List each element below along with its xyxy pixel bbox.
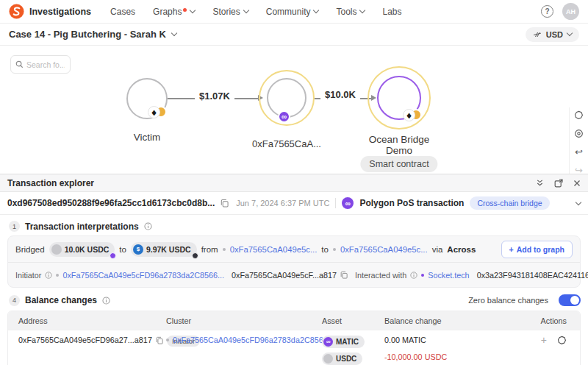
cell-address: 0xFa7565CaA049e5cFD96a27...a817 Initiato… xyxy=(8,336,166,365)
amount-out-pill: 10.0K USDC xyxy=(49,242,115,257)
nav-item-cases[interactable]: Cases xyxy=(110,7,135,17)
cluster-link[interactable]: 0xFa7565CaA049e5cFD96a2783da2C85663f... xyxy=(173,336,341,344)
section-index-badge: 4 xyxy=(9,295,20,306)
cross-chain-bridge-badge: Cross-chain bridge xyxy=(470,196,549,210)
nav-item-tools[interactable]: Tools xyxy=(336,7,365,17)
interacted-with-label: Interacted with xyxy=(355,271,406,280)
asset-pill-matic: ∞ MATIC xyxy=(322,336,365,348)
nav-item-labs[interactable]: Labs xyxy=(382,7,401,17)
copy-icon[interactable] xyxy=(156,336,163,344)
zero-balance-toggle[interactable] xyxy=(559,294,581,306)
chevron-down-icon xyxy=(359,7,365,13)
cell-cluster: 0xFa7565CaA049e5cFD96a2783da2C85663f... xyxy=(166,336,322,365)
edge-amount-label[interactable]: $10.0K xyxy=(320,89,360,100)
token-icon xyxy=(323,354,333,364)
search-icon xyxy=(15,60,24,68)
column-header-balance-change: Balance change xyxy=(384,316,528,325)
brand-name: Investigations xyxy=(29,7,91,17)
column-header-cluster: Cluster xyxy=(166,316,322,325)
balance-change-value-negative: -10,000.00 USDC xyxy=(384,352,528,361)
cell-asset: ∞ MATIC USDC xyxy=(322,336,384,365)
polygon-mini-icon xyxy=(110,252,116,259)
nav-item-community[interactable]: Community xyxy=(266,7,319,17)
initiator-cluster-link[interactable]: 0xFa7565CaA049e5cFD96a2783da2C8566... xyxy=(62,271,224,280)
protocol-name: Across xyxy=(447,245,476,254)
tx-network-label: Polygon PoS transaction xyxy=(359,198,464,208)
section-title: Transaction interpretations xyxy=(25,222,139,232)
plus-icon: + xyxy=(509,245,514,254)
add-action-icon[interactable]: + xyxy=(541,336,547,344)
chevron-down-icon xyxy=(171,30,177,36)
node-label-ocean-bridge: Ocean Bridge Demo xyxy=(359,134,440,156)
edge-amount-label[interactable]: $1.07K xyxy=(195,91,234,102)
section-title: Balance changes xyxy=(25,295,97,305)
info-icon[interactable] xyxy=(45,272,52,279)
zero-balance-toggle-label: Zero balance changes xyxy=(468,296,548,305)
tx-hash: 0xd967508ed950288f9e96fa25cc1d6173cbc0d8… xyxy=(7,198,215,208)
chain-coins-badge: ◆ xyxy=(148,106,167,118)
usdc-icon: $ xyxy=(133,244,143,255)
canvas-toolbar: ↩ ↪ xyxy=(569,107,588,174)
info-icon[interactable] xyxy=(410,272,417,279)
word-via: via xyxy=(432,245,443,254)
chevron-down-icon xyxy=(243,7,249,13)
interpretations-section-header: 1 Transaction interpretations xyxy=(0,215,588,235)
bridged-interpretation-row: Bridged 10.0K USDC to $ 9.97K USDC from … xyxy=(8,236,580,262)
case-selector[interactable]: Case 14 - Pig Butchering - Sarah K xyxy=(9,29,176,40)
info-icon[interactable] xyxy=(102,297,110,305)
word-from: from xyxy=(201,245,218,254)
chevron-down-icon[interactable] xyxy=(576,199,581,205)
balance-changes-section-header: 4 Balance changes Zero balance changes xyxy=(0,288,588,311)
lasso-select-icon[interactable] xyxy=(574,110,584,120)
panel-title: Transaction explorer xyxy=(7,178,94,188)
graph-canvas[interactable]: $1.07K $10.0K ◆ Victim ∞ 0xFa7565CaA... … xyxy=(0,46,588,174)
top-navbar: Investigations Cases Graphs Stories Comm… xyxy=(0,0,588,24)
close-icon[interactable] xyxy=(573,180,581,187)
collapse-double-chevron-icon[interactable] xyxy=(536,179,544,187)
to-address-link[interactable]: 0xFa7565CaA049e5c... xyxy=(340,245,428,254)
ethereum-mini-icon xyxy=(192,252,198,259)
word-to: to xyxy=(119,245,126,254)
entity-dot xyxy=(223,248,226,251)
currency-selector[interactable]: USD xyxy=(526,27,579,42)
ethereum-icon: ◆ xyxy=(148,106,160,118)
currency-label: USD xyxy=(546,30,563,39)
nav-right: ? AH xyxy=(541,3,579,20)
nav-item-stories[interactable]: Stories xyxy=(212,7,248,17)
from-address-link[interactable]: 0xFa7565CaA049e5c... xyxy=(230,245,318,254)
copy-icon[interactable] xyxy=(220,199,229,208)
canvas-search[interactable] xyxy=(10,55,71,74)
node-label-victim: Victim xyxy=(110,132,184,143)
node-circle-action-icon[interactable] xyxy=(557,336,567,345)
help-icon[interactable]: ? xyxy=(541,5,553,18)
entity-dot xyxy=(421,274,424,277)
smart-contract-badge: Smart contract xyxy=(360,156,437,172)
balance-changes-table: Address Cluster Asset Balance change Act… xyxy=(7,311,581,365)
search-input[interactable] xyxy=(26,60,65,69)
entity-dot xyxy=(166,339,169,341)
chevron-down-icon xyxy=(190,7,196,13)
asset-pill-usdc: USDC xyxy=(322,352,362,365)
panel-header: Transaction explorer xyxy=(0,174,588,192)
interacted-entity-link[interactable]: Socket.tech xyxy=(428,271,469,280)
info-icon[interactable] xyxy=(144,222,152,230)
currency-slashes-icon xyxy=(533,31,542,38)
tx-summary-row: 0xd967508ed950288f9e96fa25cc1d6173cbc0d8… xyxy=(0,192,588,215)
expand-icon[interactable] xyxy=(554,179,563,188)
copy-icon[interactable] xyxy=(340,271,348,279)
add-to-graph-button[interactable]: + Add to graph xyxy=(501,241,573,258)
undo-icon[interactable]: ↩ xyxy=(574,147,584,157)
initiator-address: 0xFa7565CaA049e5cF...a817 xyxy=(232,271,337,280)
column-header-address: Address xyxy=(8,316,166,325)
nav-item-graphs[interactable]: Graphs xyxy=(153,7,195,17)
token-icon xyxy=(51,244,62,255)
entity-dot xyxy=(56,274,59,277)
divider xyxy=(335,198,336,208)
nav-menu: Cases Graphs Stories Community Tools Lab… xyxy=(110,7,541,17)
app-root: Investigations Cases Graphs Stories Comm… xyxy=(0,0,588,365)
brand[interactable]: Investigations xyxy=(9,4,91,19)
center-target-icon[interactable] xyxy=(574,129,584,138)
polygon-icon: ∞ xyxy=(323,337,333,347)
transaction-explorer-panel: Transaction explorer 0xd967508ed950288f9… xyxy=(0,174,588,365)
avatar[interactable]: AH xyxy=(562,3,579,20)
